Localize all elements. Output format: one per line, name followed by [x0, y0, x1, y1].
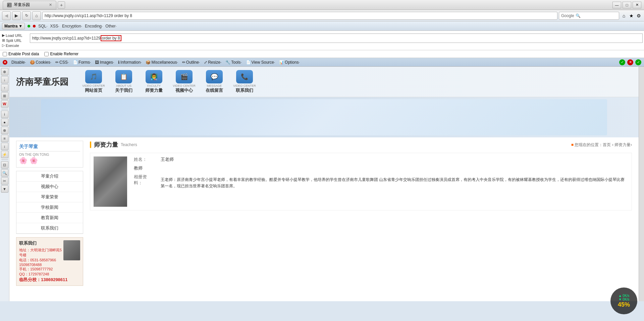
options-icon: 📊 — [279, 60, 284, 65]
tool-grid[interactable]: ⊞ — [1, 92, 8, 100]
speed-down: ▼ 0K/s — [619, 298, 630, 301]
images-menu[interactable]: 🖼 Images· — [95, 60, 114, 65]
nav-item-about[interactable]: 📋 ABOUT US 关于我们 — [112, 70, 136, 93]
home-button[interactable]: ⌂ — [32, 11, 41, 20]
speed-percent: 45% — [618, 301, 630, 308]
scrollbar[interactable] — [639, 67, 644, 301]
tool-upload[interactable]: ↑ — [1, 84, 8, 91]
enable-referrer-checkbox[interactable]: Enable Referrer — [44, 52, 78, 56]
new-tab-button[interactable]: + — [58, 1, 65, 9]
site-content: 济南琴童乐园 🎵 VIDEO CENTER 网站首页 📋 ABOUT US — [9, 67, 639, 301]
url-input-box[interactable]: http://www.jnqtly.cn/cp11.asp?id=1129 or… — [30, 34, 643, 43]
sql-menu[interactable]: SQL· — [38, 24, 47, 28]
menu-item-school-news[interactable]: 学校新闻 — [16, 202, 83, 213]
tool-list[interactable]: ≡ — [1, 135, 8, 142]
xss-menu[interactable]: XSS· — [50, 24, 59, 28]
tool-dropdown[interactable]: ▼ — [1, 185, 8, 193]
tool-table[interactable]: ⊡ — [1, 161, 8, 169]
nav-item-video[interactable]: 🎬 VIDEO CENTER 视频中心 — [172, 70, 196, 93]
view-source-menu[interactable]: 📄 View Source· — [246, 60, 275, 65]
other-menu[interactable]: Other· — [105, 24, 116, 28]
settings-icon[interactable]: ⚙ — [635, 12, 642, 19]
back-button[interactable]: ◀ — [2, 11, 11, 20]
main-layout: ⊕ ↓ ↑ ⊞ W i ● ⊗ ≡ ↕ ⚡ ⊡ 🔍 ✂ ▼ 济南琴童乐园 — [0, 67, 644, 301]
red-indicator — [33, 25, 36, 27]
enable-post-checkbox[interactable]: Enable Post data — [3, 52, 39, 56]
encoding-menu[interactable]: Encoding· — [85, 24, 103, 28]
nav-item-home[interactable]: 🎵 VIDEO CENTER 网站首页 — [82, 70, 105, 93]
breadcrumb: ■ 您现在的位置：首页 › 师资力量› — [571, 142, 632, 148]
tab-close-button[interactable]: ✕ — [49, 3, 52, 7]
nav-sub-video: VIDEO CENTER — [173, 84, 196, 87]
browser-window: ♪ 琴童乐园 ✕ + — □ ✕ ◀ ▶ ↻ ⌂ http://www.jnqt… — [0, 0, 644, 321]
checkbox-row: Enable Post data Enable Referrer — [0, 50, 644, 58]
tool-w[interactable]: W — [1, 100, 8, 108]
nav-icon-about: 📋 — [115, 70, 132, 83]
tool-info[interactable]: i — [1, 111, 8, 118]
mantra-dropdown[interactable]: Mantra ▼ — [2, 23, 25, 29]
search-box[interactable]: Google 🔍 — [559, 12, 619, 20]
disable-menu[interactable]: Disable· — [11, 60, 26, 65]
about-title: 关于琴童 — [19, 144, 80, 151]
nav-sub-contact: VIDEO CENTER — [233, 84, 256, 87]
mantra-toolbar: Mantra ▼ SQL· XSS· Encryption· Encoding·… — [0, 21, 644, 31]
status-icons: ✓ ✕ ✓ — [619, 59, 641, 65]
close-button[interactable]: ✕ — [633, 2, 641, 8]
tools-menu[interactable]: 🔧 Tools· — [225, 60, 241, 65]
name-label: 姓名： — [134, 156, 154, 163]
forms-menu[interactable]: 📄 Forms· — [73, 60, 91, 65]
options-menu[interactable]: 📊 Options· — [279, 60, 300, 65]
tools-icon: 🔧 — [225, 60, 230, 65]
menu-item-contact[interactable]: 联系我们 — [16, 223, 83, 234]
encryption-menu[interactable]: Encryption· — [62, 24, 82, 28]
address-bar[interactable]: http://www.jnqtly.cn/cp11.asp?id=1129 or… — [42, 12, 557, 20]
browser-tab[interactable]: ♪ 琴童乐园 ✕ — [3, 1, 56, 9]
menu-item-intro[interactable]: 琴童介绍 — [16, 171, 83, 182]
nav-item-contact[interactable]: 📞 VIDEO CENTER 联系我们 — [233, 70, 256, 93]
cookies-menu[interactable]: 🍪 Cookies· — [30, 60, 51, 65]
refresh-button[interactable]: ↻ — [22, 11, 31, 20]
valid2-icon: ✓ — [635, 59, 641, 65]
tool-search[interactable]: 🔍 — [1, 169, 8, 177]
nav-icon-video: 🎬 — [176, 70, 193, 83]
misc-icon: 📦 — [146, 60, 151, 65]
webdev-toolbar: ✕ Disable· 🍪 Cookies· ✏ CSS· 📄 Forms· 🖼 … — [0, 58, 644, 67]
bookmark-icon[interactable]: ★ — [628, 12, 635, 19]
tool-download[interactable]: ↓ — [1, 76, 8, 83]
menu-item-video[interactable]: 视频中心 — [16, 182, 83, 192]
load-url-button[interactable]: ▶ Load URL — [1, 33, 27, 38]
cookies-icon: 🍪 — [30, 60, 35, 65]
teacher-name-row: 姓名： 王老师 — [134, 156, 628, 163]
execute-button[interactable]: ▷ Execute — [1, 43, 27, 48]
maximize-button[interactable]: □ — [623, 2, 631, 8]
nav-label-contact: 联系我们 — [236, 87, 253, 93]
resize-menu[interactable]: ⤢ Resize· — [204, 60, 221, 65]
tool-cut[interactable]: ✂ — [1, 177, 8, 185]
home-icon[interactable]: ⌂ — [621, 12, 627, 19]
contact-box: 联系我们 地址：大明湖北门湖畔苑5号楼 电话：0531-58587966 150… — [16, 237, 83, 286]
tool-select[interactable]: ⊕ — [1, 68, 8, 75]
post-checkbox-input[interactable] — [3, 52, 7, 56]
nav-item-faculty[interactable]: 👨‍🏫 FACULTY 师资力量 — [142, 70, 166, 93]
forward-button[interactable]: ▶ — [12, 11, 21, 20]
nav-item-message[interactable]: 💬 MESSAGE 在线留言 — [203, 70, 226, 93]
split-url-button[interactable]: ⊞ Split URL — [1, 38, 27, 43]
tool-dot[interactable]: ● — [1, 119, 8, 126]
menu-item-edu-news[interactable]: 教育新闻 — [16, 213, 83, 223]
tab-title: 琴童乐园 — [14, 2, 30, 8]
execute-icon: ▷ — [2, 43, 5, 48]
miscellaneous-menu[interactable]: 📦 Miscellaneous· — [146, 60, 178, 65]
teacher-photo — [94, 156, 127, 207]
referrer-checkbox-input[interactable] — [44, 52, 49, 56]
tool-lightning[interactable]: ⚡ — [1, 151, 8, 158]
menu-item-honor[interactable]: 琴童荣誉 — [16, 192, 83, 202]
tool-cross[interactable]: ⊗ — [1, 127, 8, 134]
minimize-button[interactable]: — — [612, 2, 621, 8]
outline-menu[interactable]: ✏ Outline· — [182, 60, 200, 65]
nav-label-message: 在线留言 — [206, 87, 223, 93]
information-menu[interactable]: ℹ Information· — [118, 60, 142, 65]
split-url-icon: ⊞ — [2, 38, 5, 43]
tool-resize[interactable]: ↕ — [1, 143, 8, 150]
css-menu[interactable]: ✏ CSS· — [55, 60, 69, 65]
site-banner — [9, 97, 639, 137]
